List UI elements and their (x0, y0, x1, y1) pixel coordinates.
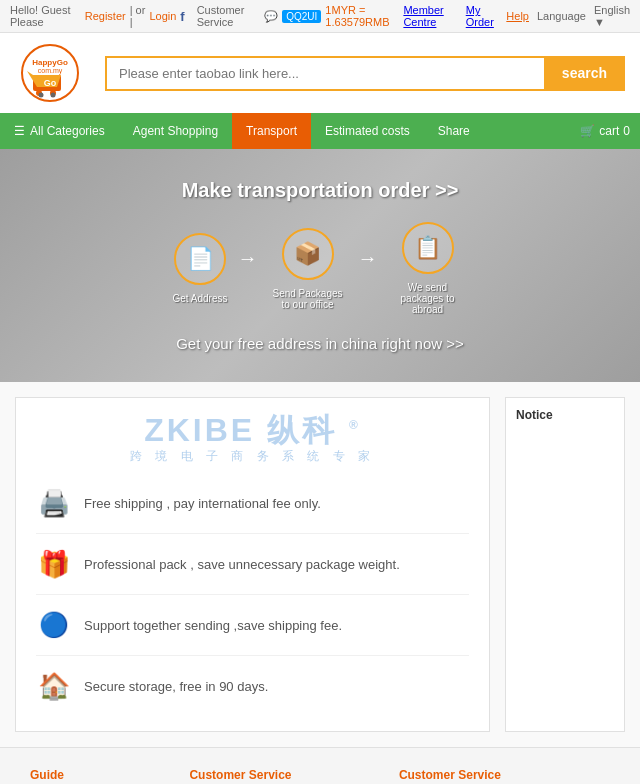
footer-service-contact: 📞 Customer Service Hotline: 1300 22 1311… (349, 768, 610, 784)
watermark-container: ZKIBE 纵科 ® 跨 境 电 子 商 务 系 统 专 家 (36, 413, 469, 463)
step-2-icon: 📦 (294, 241, 321, 267)
top-bar: Hello! Guest Please Register | or | Logi… (0, 0, 640, 33)
login-link[interactable]: Login (149, 10, 176, 22)
wechat-icon: 💬 (264, 10, 278, 23)
step-3: 📋 We send packages to abroad (388, 222, 468, 315)
feature-icon-together-sending: 🔵 (36, 607, 72, 643)
step-1-circle: 📄 (174, 233, 226, 285)
features-card: ZKIBE 纵科 ® 跨 境 电 子 商 务 系 统 专 家 🖨️ Free s… (15, 397, 490, 732)
footer-content: Guide Shopping Charges Policy FAQ Delive… (30, 768, 610, 784)
svg-text:Go: Go (44, 78, 57, 88)
hero-content: Make transportation order >> 📄 Get Addre… (20, 179, 620, 352)
svg-point-6 (39, 93, 44, 98)
nav-share[interactable]: Share (424, 113, 484, 149)
fb-icon: f (180, 9, 184, 24)
cart-nav[interactable]: 🛒 cart 0 (570, 124, 640, 138)
nav-estimated-costs[interactable]: Estimated costs (311, 113, 424, 149)
language-value[interactable]: English ▼ (594, 4, 630, 28)
feature-text-secure-storage: Secure storage, free in 90 days. (84, 679, 268, 694)
language-label: Language (537, 10, 586, 22)
feature-free-shipping: 🖨️ Free shipping , pay international fee… (36, 473, 469, 534)
search-input[interactable] (105, 56, 544, 91)
cart-label: cart (599, 124, 619, 138)
register-link[interactable]: Register (85, 10, 126, 22)
search-button[interactable]: search (544, 56, 625, 91)
nav-agent-shopping[interactable]: Agent Shopping (119, 113, 232, 149)
top-bar-left: Hello! Guest Please Register | or | Logi… (10, 4, 403, 28)
footer-csc-col: Customer Service Centre Payment Top Up P… (189, 768, 318, 784)
nav-transport[interactable]: Transport (232, 113, 311, 149)
qq-badge: QQ2UI (282, 10, 321, 23)
feature-text-free-shipping: Free shipping , pay international fee on… (84, 496, 321, 511)
csc-title: Customer Service Centre (189, 768, 318, 784)
feature-icon-secure-storage: 🏠 (36, 668, 72, 704)
arrow-2: → (358, 247, 378, 270)
svg-point-7 (51, 93, 56, 98)
step-3-label: We send packages to abroad (388, 282, 468, 315)
cart-count: 0 (623, 124, 630, 138)
feature-icon-pro-pack: 🎁 (36, 546, 72, 582)
svg-text:com.my: com.my (38, 67, 63, 75)
logo: HappyGo com.my Go (15, 43, 85, 103)
steps: 📄 Get Address → 📦 Send Packages to our o… (20, 222, 620, 315)
hero-title[interactable]: Make transportation order >> (20, 179, 620, 202)
greeting-text: Hello! Guest Please (10, 4, 81, 28)
header: HappyGo com.my Go search (0, 33, 640, 113)
feature-pro-pack: 🎁 Professional pack , save unnecessary p… (36, 534, 469, 595)
step-2: 📦 Send Packages to our office (268, 228, 348, 310)
step-2-circle: 📦 (282, 228, 334, 280)
svg-text:HappyGo: HappyGo (32, 58, 68, 67)
hero-subtitle[interactable]: Get your free address in china right now… (20, 335, 620, 352)
guide-title: Guide (30, 768, 159, 782)
footer-guide-col: Guide Shopping Charges Policy FAQ Delive… (30, 768, 159, 784)
footer: Guide Shopping Charges Policy FAQ Delive… (0, 747, 640, 784)
nav: ☰ All Categories Agent Shopping Transpor… (0, 113, 640, 149)
step-3-circle: 📋 (402, 222, 454, 274)
feature-secure-storage: 🏠 Secure storage, free in 90 days. (36, 656, 469, 716)
step-1: 📄 Get Address (172, 233, 227, 304)
step-3-icon: 📋 (414, 235, 441, 261)
feature-icon-free-shipping: 🖨️ (36, 485, 72, 521)
menu-icon: ☰ (14, 124, 25, 138)
member-centre-link[interactable]: Member Centre (403, 4, 457, 28)
watermark-subtext: 跨 境 电 子 商 务 系 统 专 家 (36, 448, 469, 465)
nav-all-categories[interactable]: ☰ All Categories (0, 113, 119, 149)
notice-title: Notice (516, 408, 614, 422)
notice-card: Notice (505, 397, 625, 732)
feature-text-pro-pack: Professional pack , save unnecessary pac… (84, 557, 400, 572)
cs-title: Customer Service (399, 768, 610, 782)
service-info: Customer Service Hotline: 1300 22 1311 (… (399, 768, 610, 784)
logo-area: HappyGo com.my Go (15, 43, 85, 103)
step-2-label: Send Packages to our office (268, 288, 348, 310)
cart-icon: 🛒 (580, 124, 595, 138)
watermark-text: ZKIBE 纵科 ® (36, 413, 469, 448)
help-link[interactable]: Help (506, 10, 529, 22)
rmb-text: 1MYR = 1.63579RMB (325, 4, 403, 28)
search-bar: search (105, 56, 625, 91)
step-1-label: Get Address (172, 293, 227, 304)
arrow-1: → (238, 247, 258, 270)
feature-together-sending: 🔵 Support together sending ,save shippin… (36, 595, 469, 656)
main-content: ZKIBE 纵科 ® 跨 境 电 子 商 务 系 统 专 家 🖨️ Free s… (0, 382, 640, 747)
feature-text-together-sending: Support together sending ,save shipping … (84, 618, 342, 633)
or-text: | or | (130, 4, 146, 28)
step-1-icon: 📄 (187, 246, 214, 272)
all-categories-label: All Categories (30, 124, 105, 138)
top-bar-right: Member Centre My Order Help Language Eng… (403, 4, 630, 28)
my-order-link[interactable]: My Order (466, 4, 499, 28)
hero-section: Make transportation order >> 📄 Get Addre… (0, 149, 640, 382)
customer-service-text: Customer Service (197, 4, 261, 28)
